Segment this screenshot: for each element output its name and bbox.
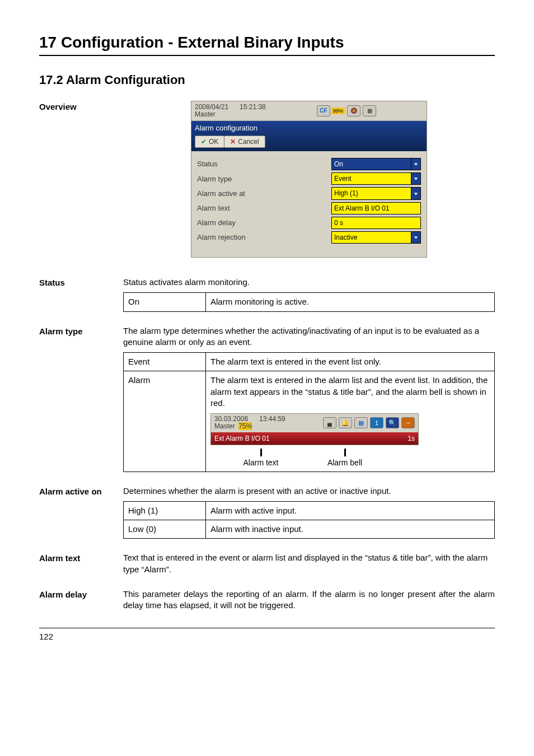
shot-date: 2008/04/21 (195, 103, 228, 111)
active-low-val: Alarm with inactive input. (206, 520, 495, 539)
chart-icon: ▦ (354, 417, 368, 428)
slot-empty (394, 105, 407, 116)
label-alarm-active-on: Alarm active on (39, 486, 123, 496)
mini-screenshot: 30.03.2006 13:44:59 Master 75% ▄ 🔔 ▦ 1 🔍 (210, 413, 419, 445)
mini-red-text: Ext Alarm B I/O 01 (214, 434, 407, 443)
keypad-icon: ▦ (363, 105, 376, 116)
mini-master: Master (214, 422, 235, 430)
arrow-tick (344, 449, 346, 456)
one-icon: 1 (370, 417, 383, 428)
config-row-label: Alarm rejection (197, 232, 331, 242)
config-field[interactable]: 0 s (331, 217, 421, 229)
config-row: Alarm textExt Alarm B I/O 01 (197, 202, 421, 214)
config-field[interactable]: On (331, 158, 411, 170)
config-row: Alarm active atHigh (1) (197, 187, 421, 199)
config-field[interactable]: High (1) (331, 187, 411, 199)
config-row-label: Alarm delay (197, 218, 331, 228)
bell-muted-icon: 🔕 (347, 105, 360, 116)
slot-empty (378, 105, 392, 116)
ok-button[interactable]: ✔OK (195, 136, 224, 148)
battery-icon: ▄ (323, 417, 336, 428)
cf-icon: CF (317, 105, 330, 116)
chevron-down-icon[interactable] (411, 231, 421, 244)
active-high-key: High (1) (124, 501, 206, 520)
config-field[interactable]: Ext Alarm B I/O 01 (331, 202, 421, 214)
mini-time: 13:44:59 (259, 415, 285, 423)
alarm-val: The alarm text is entered in the alarm l… (206, 371, 495, 472)
config-row-label: Alarm active at (197, 189, 331, 199)
cancel-button[interactable]: ✕Cancel (224, 136, 265, 148)
shot-master: Master (195, 110, 216, 118)
config-row: Alarm rejectionInactive (197, 231, 421, 244)
config-row-label: Status (197, 159, 331, 169)
svg-marker-1 (414, 178, 418, 180)
chevron-down-icon[interactable] (411, 172, 421, 185)
config-field[interactable]: Event (331, 172, 411, 185)
alarm-config-screenshot: 2008/04/21 15:21:38 Master CF 99% 🔕 ▦ Al… (191, 101, 427, 258)
svg-marker-0 (414, 164, 418, 166)
label-alarm-type: Alarm type (39, 325, 123, 336)
status-table-key: On (124, 293, 206, 311)
active-high-val: Alarm with active input. (206, 501, 495, 520)
config-row: Alarm typeEvent (197, 172, 421, 185)
chapter-rule (39, 55, 495, 56)
svg-marker-2 (414, 193, 418, 195)
chevron-down-icon[interactable] (411, 187, 421, 199)
mini-pct: 75% (238, 422, 252, 430)
active-low-key: Low (0) (124, 520, 206, 539)
section-title: 17.2 Alarm Configuration (39, 73, 495, 87)
config-row: Alarm delay0 s (197, 217, 421, 229)
alarm-delay-para: This parameter delays the reporting of a… (123, 589, 495, 612)
arrow-tick (260, 449, 262, 456)
config-field[interactable]: Inactive (331, 231, 411, 244)
alarm-text-para: Text that is entered in the event or ala… (123, 552, 495, 575)
chevron-down-icon[interactable] (411, 158, 421, 170)
bell-icon: 🔔 (339, 417, 352, 428)
mini-date: 30.03.2006 (214, 415, 248, 423)
label-alarm-text: Alarm text (39, 552, 123, 563)
mini-red-right: 1s (407, 434, 415, 443)
arrow-label-text: Alarm text (243, 458, 278, 467)
alarm-active-text: Determines whether the alarm is present … (123, 486, 495, 497)
config-row-label: Alarm text (197, 203, 331, 213)
label-alarm-delay: Alarm delay (39, 589, 123, 599)
label-overview: Overview (39, 101, 123, 111)
zoom-icon: 🔍 (386, 417, 399, 428)
event-val: The alarm text is entered in the event l… (206, 353, 495, 371)
config-row: StatusOn (197, 158, 421, 170)
shot-pct: 99% (331, 108, 345, 114)
alarm-key: Alarm (124, 371, 206, 472)
slot-empty (410, 105, 423, 116)
config-row-label: Alarm type (197, 174, 331, 184)
svg-marker-3 (414, 237, 418, 239)
event-key: Event (124, 353, 206, 371)
status-table-val: Alarm monitoring is active. (206, 293, 495, 311)
status-text: Status activates alarm monitoring. (123, 277, 495, 288)
shot-time: 15:21:38 (240, 103, 266, 111)
chapter-title: 17 Configuration - External Binary Input… (39, 34, 495, 52)
shot-title: Alarm configuration (195, 123, 423, 133)
alarm-type-text: The alarm type determines whether the ac… (123, 325, 495, 348)
arrow-label-bell: Alarm bell (327, 458, 362, 467)
page-number: 122 (39, 632, 53, 641)
label-status: Status (39, 277, 123, 287)
forward-icon: → (401, 417, 415, 428)
